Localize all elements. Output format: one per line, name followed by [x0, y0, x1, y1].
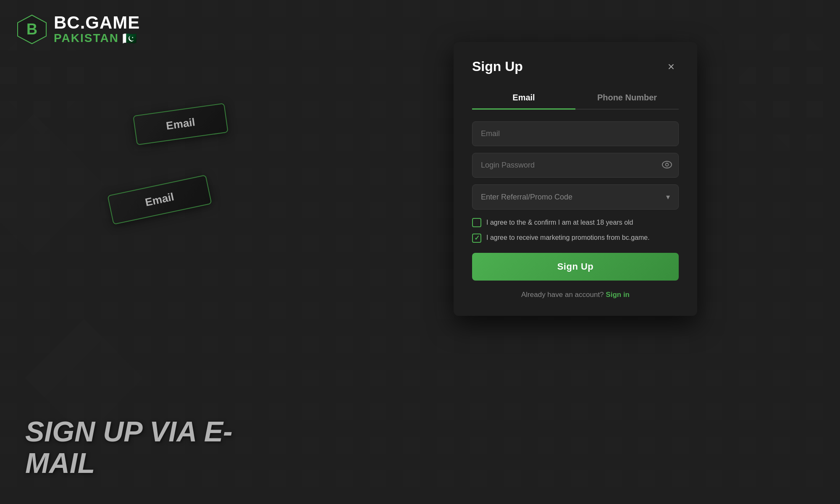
close-button[interactable]: ×	[664, 59, 679, 74]
signup-button[interactable]: Sign Up	[472, 253, 679, 281]
checkbox-marketing-item: I agree to receive marketing promotions …	[472, 233, 679, 242]
checkbox-age[interactable]	[472, 218, 481, 227]
toggle-password-icon[interactable]	[662, 160, 672, 171]
logo-icon: B	[17, 14, 47, 45]
checkbox-group: I agree to the & confirm I am at least 1…	[472, 218, 679, 243]
svg-point-3	[666, 163, 669, 166]
flag-icon: 🇵🇰	[122, 32, 138, 45]
modal-overlay	[0, 0, 840, 504]
logo-pakistan-label: PAKISTAN 🇵🇰	[54, 32, 140, 45]
chevron-down-icon: ▾	[666, 192, 670, 202]
promo-code-label: Enter Referral/Promo Code	[481, 193, 572, 202]
tab-email[interactable]: Email	[472, 87, 575, 110]
checkbox-marketing-label: I agree to receive marketing promotions …	[486, 233, 650, 242]
password-field-group	[472, 153, 679, 178]
checkbox-age-item: I agree to the & confirm I am at least 1…	[472, 218, 679, 227]
logo: B BC.GAME PAKISTAN 🇵🇰	[17, 14, 140, 45]
email-input[interactable]	[472, 121, 679, 146]
promo-code-dropdown[interactable]: Enter Referral/Promo Code ▾	[472, 184, 679, 210]
signin-row: Already have an account? Sign in	[472, 291, 679, 299]
modal-title: Sign Up	[472, 59, 523, 74]
already-account-text: Already have an account?	[521, 291, 604, 299]
signup-modal: Sign Up × Email Phone Number Enter Refer…	[454, 42, 697, 316]
signin-link[interactable]: Sign in	[606, 291, 630, 299]
email-field-group	[472, 121, 679, 146]
modal-header: Sign Up ×	[472, 59, 679, 74]
header: B BC.GAME PAKISTAN 🇵🇰	[0, 0, 277, 59]
tabs-container: Email Phone Number	[472, 86, 679, 110]
logo-text: BC.GAME PAKISTAN 🇵🇰	[54, 14, 140, 45]
svg-point-2	[662, 161, 672, 168]
tab-phone[interactable]: Phone Number	[575, 87, 679, 110]
svg-text:B: B	[26, 21, 37, 38]
password-input[interactable]	[472, 153, 679, 178]
logo-bcgame-label: BC.GAME	[54, 14, 140, 32]
checkbox-age-label: I agree to the & confirm I am at least 1…	[486, 218, 633, 227]
checkbox-marketing[interactable]	[472, 234, 481, 243]
